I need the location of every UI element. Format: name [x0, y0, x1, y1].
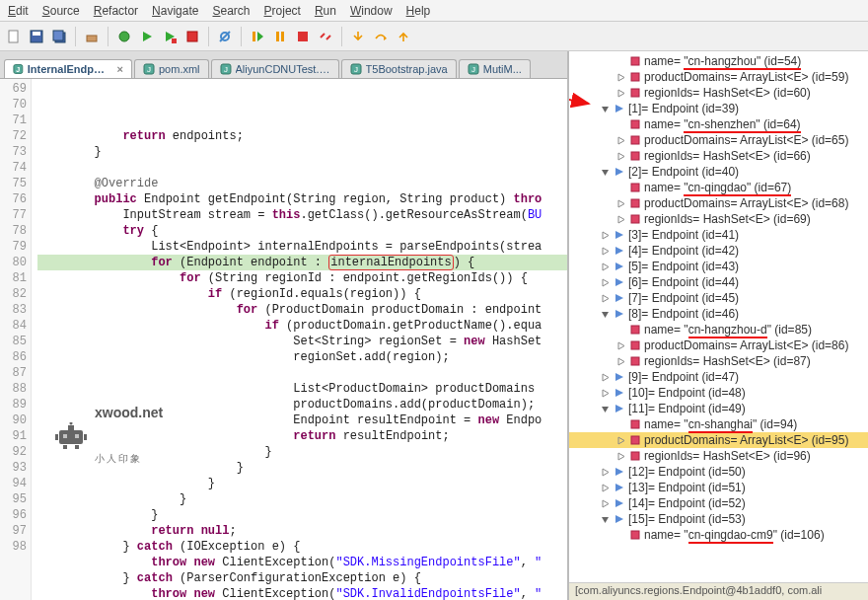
- code-line[interactable]: } catch (ParserConfigurationException e)…: [37, 570, 567, 586]
- tree-node[interactable]: productDomains= ArrayList<E> (id=95): [569, 432, 868, 448]
- menu-run[interactable]: Run: [315, 4, 336, 18]
- tree-node[interactable]: regionIds= HashSet<E> (id=60): [569, 85, 868, 101]
- stop-icon[interactable]: [293, 27, 313, 46]
- save-icon[interactable]: [27, 27, 46, 46]
- expand-icon[interactable]: [601, 105, 613, 113]
- tree-node[interactable]: [15]= Endpoint (id=53): [569, 511, 868, 527]
- code-line[interactable]: throw new ClientException("SDK.MissingEn…: [37, 555, 567, 570]
- run-icon[interactable]: [137, 27, 157, 46]
- expand-icon[interactable]: [616, 341, 628, 350]
- expand-icon[interactable]: [601, 294, 613, 303]
- expand-icon[interactable]: [601, 405, 613, 413]
- tree-node[interactable]: [2]= Endpoint (id=40): [569, 164, 868, 180]
- close-icon[interactable]: ×: [117, 63, 123, 75]
- menu-navigate[interactable]: Navigate: [152, 4, 198, 18]
- code-line[interactable]: return null;: [37, 523, 567, 539]
- menu-source[interactable]: Source: [42, 4, 80, 18]
- tree-node[interactable]: regionIds= HashSet<E> (id=87): [569, 353, 868, 369]
- code-line[interactable]: if (productDomain.getProductName().equa: [37, 318, 567, 334]
- expand-icon[interactable]: [616, 152, 628, 161]
- tree-node[interactable]: [12]= Endpoint (id=50): [569, 464, 868, 480]
- code-line[interactable]: if (regionId.equals(region)) {: [37, 286, 567, 302]
- expand-icon[interactable]: [601, 389, 613, 398]
- tree-node[interactable]: productDomains= ArrayList<E> (id=86): [569, 338, 868, 353]
- tab-pom-xml[interactable]: Jpom.xml: [134, 59, 209, 78]
- tree-node[interactable]: [10]= Endpoint (id=48): [569, 385, 868, 401]
- code-line[interactable]: }: [37, 507, 567, 523]
- tree-node[interactable]: [3]= Endpoint (id=41): [569, 227, 868, 243]
- tree-node[interactable]: [1]= Endpoint (id=39): [569, 101, 868, 116]
- expand-icon[interactable]: [601, 168, 613, 177]
- skip-bp-icon[interactable]: [215, 27, 235, 46]
- tree-node[interactable]: productDomains= ArrayList<E> (id=65): [569, 132, 868, 148]
- tree-node[interactable]: [11]= Endpoint (id=49): [569, 401, 868, 416]
- coverage-icon[interactable]: [160, 27, 180, 46]
- code-line[interactable]: } catch (IOException e) {: [37, 539, 567, 555]
- step-over-icon[interactable]: [371, 27, 391, 46]
- expand-icon[interactable]: [616, 199, 628, 208]
- tab-t5bootstrap-java[interactable]: JT5Bootstrap.java: [341, 59, 457, 78]
- tree-node[interactable]: [14]= Endpoint (id=52): [569, 495, 868, 511]
- tree-node[interactable]: regionIds= HashSet<E> (id=69): [569, 211, 868, 227]
- pause-icon[interactable]: [270, 27, 290, 46]
- tree-node[interactable]: regionIds= HashSet<E> (id=66): [569, 148, 868, 164]
- code-line[interactable]: List<Endpoint> internalEndpoints = parse…: [37, 239, 567, 255]
- code-line[interactable]: try {: [37, 223, 567, 239]
- expand-icon[interactable]: [601, 373, 613, 382]
- code-line[interactable]: @Override: [37, 176, 567, 191]
- code-line[interactable]: for (Endpoint endpoint : internalEndpoin…: [37, 255, 567, 270]
- tree-node[interactable]: [4]= Endpoint (id=42): [569, 243, 868, 259]
- tree-node[interactable]: [7]= Endpoint (id=45): [569, 290, 868, 306]
- expand-icon[interactable]: [601, 231, 613, 240]
- expand-icon[interactable]: [601, 484, 613, 492]
- expand-icon[interactable]: [616, 357, 628, 366]
- expand-icon[interactable]: [616, 215, 628, 224]
- code-line[interactable]: throw new ClientException("SDK.InvalidEn…: [37, 586, 567, 600]
- expand-icon[interactable]: [616, 89, 628, 98]
- tree-node[interactable]: name= "cn-shanghai" (id=94): [569, 416, 868, 432]
- tab-internalendpoin-[interactable]: JInternalEndpoin...×: [4, 59, 132, 78]
- tree-node[interactable]: productDomains= ArrayList<E> (id=68): [569, 195, 868, 211]
- code-line[interactable]: for (String regionId : endpoint.getRegio…: [37, 270, 567, 286]
- tree-node[interactable]: name= "cn-hangzhou-d" (id=85): [569, 322, 868, 338]
- expand-icon[interactable]: [616, 436, 628, 445]
- tree-node[interactable]: [13]= Endpoint (id=51): [569, 480, 868, 495]
- code-body[interactable]: xwood.net 小人印象 return endpoints; } @Over…: [32, 79, 567, 600]
- new-icon[interactable]: [4, 27, 24, 46]
- menu-help[interactable]: Help: [406, 4, 431, 18]
- code-line[interactable]: }: [37, 144, 567, 160]
- resume-icon[interactable]: [248, 27, 267, 46]
- menu-refactor[interactable]: Refactor: [94, 4, 138, 18]
- menu-edit[interactable]: Edit: [8, 4, 29, 18]
- code-line[interactable]: Set<String> regionSet = new HashSet: [37, 334, 567, 349]
- expand-icon[interactable]: [616, 452, 628, 461]
- code-line[interactable]: regionSet.add(region);: [37, 349, 567, 365]
- tree-node[interactable]: regionIds= HashSet<E> (id=96): [569, 448, 868, 464]
- expand-icon[interactable]: [601, 310, 613, 319]
- tree-node[interactable]: [9]= Endpoint (id=47): [569, 369, 868, 385]
- disconnect-icon[interactable]: [316, 27, 335, 46]
- build-icon[interactable]: [82, 27, 102, 46]
- tree-node[interactable]: name= "cn-shenzhen" (id=64): [569, 116, 868, 132]
- expand-icon[interactable]: [616, 136, 628, 145]
- variables-tree[interactable]: name= "cn-hangzhou" (id=54)productDomain…: [569, 51, 868, 582]
- tab-mutim-[interactable]: JMutiM...: [459, 59, 531, 78]
- expand-icon[interactable]: [601, 247, 613, 256]
- tree-node[interactable]: [5]= Endpoint (id=43): [569, 259, 868, 274]
- tree-node[interactable]: productDomains= ArrayList<E> (id=59): [569, 69, 868, 85]
- code-line[interactable]: InputStream stream = this.getClass().get…: [37, 207, 567, 223]
- step-return-icon[interactable]: [394, 27, 413, 46]
- menu-project[interactable]: Project: [264, 4, 301, 18]
- expand-icon[interactable]: [601, 262, 613, 271]
- tree-node[interactable]: name= "cn-hangzhou" (id=54): [569, 53, 868, 69]
- save-all-icon[interactable]: [49, 27, 69, 46]
- debug-icon[interactable]: [114, 27, 134, 46]
- expand-icon[interactable]: [601, 468, 613, 477]
- code-line[interactable]: [37, 160, 567, 176]
- tree-node[interactable]: name= "cn-qingdao" (id=67): [569, 180, 868, 195]
- ext-tools-icon[interactable]: [182, 27, 202, 46]
- tree-node[interactable]: [8]= Endpoint (id=46): [569, 306, 868, 322]
- menu-search[interactable]: Search: [212, 4, 250, 18]
- tab-aliyuncdnutest-j-[interactable]: JAliyunCDNUTest.j...: [211, 59, 339, 78]
- step-into-icon[interactable]: [348, 27, 368, 46]
